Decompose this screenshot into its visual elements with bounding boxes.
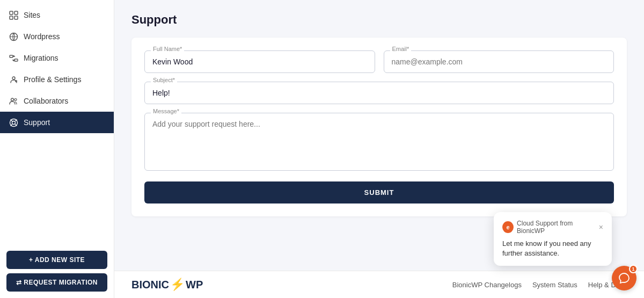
svg-point-11 — [11, 98, 13, 101]
support-icon — [9, 118, 18, 127]
svg-rect-6 — [14, 59, 18, 61]
chat-popup-message: Let me know if you need any further assi… — [502, 239, 603, 258]
svg-point-14 — [12, 121, 15, 124]
sidebar-item-wordpress[interactable]: Wordpress — [0, 26, 114, 47]
page-title: Support — [131, 13, 627, 27]
message-input[interactable] — [144, 113, 614, 171]
footer-link-changelogs[interactable]: BionicWP Changelogs — [452, 281, 522, 289]
profile-icon — [9, 75, 18, 84]
footer-logo: BIONIC ⚡ WP — [131, 278, 203, 292]
sidebar-item-label: Collaborators — [24, 97, 68, 105]
support-form-card: Full Name* Email* Subject* Message* — [131, 38, 627, 216]
full-name-label: Full Name* — [151, 46, 184, 52]
svg-point-12 — [14, 98, 17, 100]
add-new-site-button[interactable]: + ADD NEW SITE — [6, 251, 107, 269]
subject-group: Subject* — [144, 82, 614, 104]
full-name-input[interactable] — [144, 50, 375, 73]
svg-rect-3 — [14, 16, 18, 19]
sidebar-item-label: Migrations — [24, 54, 58, 62]
svg-point-9 — [12, 77, 15, 79]
sidebar-bottom: + ADD NEW SITE ⇄ REQUEST MIGRATION — [0, 244, 114, 298]
name-email-row: Full Name* Email* — [144, 50, 614, 73]
sidebar-item-collaborators[interactable]: Collaborators — [0, 90, 114, 112]
sidebar-item-support[interactable]: Support — [0, 112, 114, 133]
svg-rect-0 — [10, 11, 13, 14]
email-label: Email* — [390, 46, 412, 52]
logo-text: BIONIC — [131, 279, 169, 291]
chat-fab-icon — [618, 272, 630, 284]
submit-button[interactable]: SUBMIT — [144, 181, 614, 203]
chat-fab-button[interactable]: 1 — [612, 266, 636, 290]
subject-row: Subject* — [144, 82, 614, 104]
svg-rect-5 — [10, 55, 13, 57]
chat-fab-badge: 1 — [629, 265, 638, 273]
migrations-icon — [9, 53, 18, 63]
sidebar-item-label: Profile & Settings — [24, 75, 81, 84]
chat-popup: e Cloud Support from BionicWP × Let me k… — [494, 212, 612, 266]
footer-links: BionicWP Changelogs System Status Help &… — [452, 281, 627, 289]
full-name-group: Full Name* — [144, 50, 375, 73]
sidebar-item-profile[interactable]: Profile & Settings — [0, 69, 114, 90]
sidebar-item-label: Wordpress — [24, 32, 60, 41]
sidebar-item-label: Support — [24, 118, 50, 127]
chat-brand-icon: e — [502, 221, 514, 233]
sidebar-item-label: Sites — [24, 11, 40, 19]
chat-brand-label: Cloud Support from BionicWP — [517, 220, 599, 235]
main-footer: BIONIC ⚡ WP BionicWP Changelogs System S… — [114, 271, 644, 298]
sidebar-item-sites[interactable]: Sites — [0, 4, 114, 26]
email-input[interactable] — [384, 50, 614, 73]
sites-icon — [9, 10, 18, 20]
sidebar-nav: Sites Wordpress M — [0, 0, 114, 244]
message-group: Message* — [144, 113, 614, 173]
sidebar-item-migrations[interactable]: Migrations — [0, 47, 114, 69]
subject-label: Subject* — [151, 77, 177, 83]
logo-text-wp: WP — [186, 279, 203, 291]
svg-rect-2 — [10, 16, 13, 19]
chat-close-button[interactable]: × — [599, 223, 603, 231]
message-label: Message* — [151, 108, 181, 114]
collaborators-icon — [9, 96, 18, 106]
chat-brand: e Cloud Support from BionicWP — [502, 220, 599, 235]
wordpress-icon — [9, 32, 18, 41]
svg-rect-1 — [14, 11, 18, 14]
subject-input[interactable] — [144, 82, 614, 104]
chat-popup-header: e Cloud Support from BionicWP × — [502, 220, 603, 235]
sidebar: Sites Wordpress M — [0, 0, 114, 298]
logo-bolt-icon: ⚡ — [170, 278, 185, 292]
footer-link-status[interactable]: System Status — [532, 281, 577, 289]
email-group: Email* — [384, 50, 614, 73]
request-migration-button[interactable]: ⇄ REQUEST MIGRATION — [6, 273, 107, 292]
